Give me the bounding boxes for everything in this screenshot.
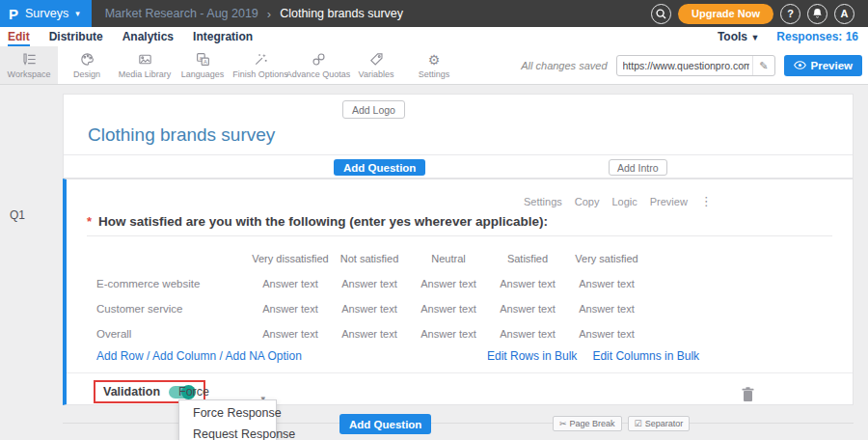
toolbar-item-languages[interactable]: Aa Languages bbox=[174, 46, 231, 84]
search-icon bbox=[656, 9, 666, 19]
surveys-menu-label: Surveys bbox=[25, 7, 68, 20]
link-separator: / bbox=[219, 349, 222, 363]
toolbar-item-media-library[interactable]: Media Library bbox=[116, 46, 174, 84]
answer-cell[interactable]: Answer text bbox=[409, 278, 488, 289]
column-header[interactable]: Very dissatisfied bbox=[251, 253, 330, 264]
search-button[interactable] bbox=[651, 4, 671, 24]
edit-rows-in-bulk-link[interactable]: Edit Rows in Bulk bbox=[487, 349, 577, 363]
add-question-button-bottom[interactable]: Add Question bbox=[339, 414, 431, 434]
help-button[interactable]: ? bbox=[780, 4, 800, 24]
matrix-header-row: Very dissatisfied Not satisfied Neutral … bbox=[67, 246, 853, 271]
question-settings-link[interactable]: Settings bbox=[524, 196, 562, 207]
survey-title[interactable]: Clothing brands survey bbox=[88, 124, 275, 146]
edit-columns-in-bulk-link[interactable]: Edit Columns in Bulk bbox=[592, 349, 699, 363]
column-header[interactable]: Not satisfied bbox=[330, 253, 409, 264]
preview-button[interactable]: Preview bbox=[784, 55, 862, 76]
section-tabs: Edit Distribute Analytics Integration To… bbox=[0, 27, 868, 46]
tab-integration[interactable]: Integration bbox=[193, 28, 253, 46]
breadcrumb: Market Research - Aug 2019 › Clothing br… bbox=[105, 7, 403, 21]
notifications-button[interactable] bbox=[807, 4, 827, 24]
surveys-menu[interactable]: P Surveys ▾ bbox=[0, 0, 92, 27]
image-icon bbox=[137, 51, 153, 68]
answer-cell[interactable]: Answer text bbox=[567, 328, 646, 340]
page-break-button[interactable]: ✂ Page Break bbox=[553, 416, 622, 431]
top-navbar: P Surveys ▾ Market Research - Aug 2019 ›… bbox=[0, 0, 868, 27]
row-label[interactable]: Overall bbox=[96, 328, 251, 340]
answer-cell[interactable]: Answer text bbox=[251, 303, 330, 315]
tab-distribute[interactable]: Distribute bbox=[49, 28, 103, 46]
toolbar-item-finish-options[interactable]: Finish Options bbox=[231, 46, 289, 84]
validation-type-menu: Force Response Request Response bbox=[178, 399, 277, 440]
answer-cell[interactable]: Answer text bbox=[330, 328, 409, 340]
palette-icon bbox=[79, 51, 95, 68]
toolbar-item-settings[interactable]: ⚙ Settings bbox=[405, 46, 463, 84]
scissors-icon: ✂ bbox=[559, 419, 567, 428]
toolbar-item-variables[interactable]: Variables bbox=[347, 46, 405, 84]
upgrade-now-button[interactable]: Upgrade Now bbox=[678, 4, 773, 24]
tab-analytics[interactable]: Analytics bbox=[122, 28, 174, 46]
answer-cell[interactable]: Answer text bbox=[488, 328, 567, 340]
link-separator: / bbox=[147, 349, 149, 363]
checked-checkbox-icon: ☑ bbox=[635, 419, 642, 428]
answer-cell[interactable]: Answer text bbox=[409, 303, 488, 315]
avatar[interactable]: A bbox=[834, 4, 854, 24]
question-text[interactable]: How satisfied are you with the following… bbox=[98, 214, 548, 229]
edit-url-pencil-icon[interactable]: ✎ bbox=[752, 56, 773, 75]
row-label[interactable]: E-commerce website bbox=[96, 278, 251, 289]
eye-icon bbox=[794, 61, 806, 69]
matrix-row: Overall Answer text Answer text Answer t… bbox=[67, 321, 853, 346]
survey-url-box: ✎ bbox=[616, 55, 775, 76]
question-copy-link[interactable]: Copy bbox=[575, 196, 600, 207]
tools-menu[interactable]: Tools ▼ bbox=[718, 30, 759, 43]
answer-cell[interactable]: Answer text bbox=[409, 328, 488, 340]
add-column-link[interactable]: Add Column bbox=[152, 349, 216, 363]
answer-cell[interactable]: Answer text bbox=[251, 278, 330, 289]
answer-cell[interactable]: Answer text bbox=[567, 278, 646, 289]
add-row-link[interactable]: Add Row bbox=[96, 349, 144, 363]
matrix-row: E-commerce website Answer text Answer te… bbox=[67, 271, 853, 296]
answer-cell[interactable]: Answer text bbox=[567, 303, 646, 315]
question-logic-link[interactable]: Logic bbox=[611, 196, 637, 207]
questionpro-logo: P bbox=[9, 6, 18, 22]
separator-toggle[interactable]: ☑ Separator bbox=[628, 416, 691, 431]
question-mark-icon: ? bbox=[787, 8, 794, 19]
bell-icon bbox=[812, 8, 823, 19]
tab-edit[interactable]: Edit bbox=[8, 28, 30, 46]
questionpro-survey-editor: P Surveys ▾ Market Research - Aug 2019 ›… bbox=[0, 0, 868, 440]
add-na-option-link[interactable]: Add NA Option bbox=[225, 349, 301, 363]
answer-cell[interactable]: Answer text bbox=[330, 278, 409, 289]
add-question-button-top[interactable]: Add Question bbox=[334, 159, 425, 176]
menu-item-request-response[interactable]: Request Response bbox=[179, 424, 276, 440]
toolbar-item-workspace[interactable]: Workspace bbox=[0, 46, 58, 84]
answer-cell[interactable]: Answer text bbox=[251, 328, 330, 340]
answer-cell[interactable]: Answer text bbox=[330, 303, 409, 315]
breadcrumb-folder[interactable]: Market Research - Aug 2019 bbox=[105, 7, 258, 20]
divider bbox=[87, 235, 832, 236]
more-options-icon[interactable]: ⋮ bbox=[700, 194, 713, 208]
toolbar-item-advance-quotas[interactable]: Advance Quotas bbox=[289, 46, 347, 84]
trash-icon bbox=[742, 387, 754, 401]
tag-icon bbox=[368, 51, 385, 68]
chain-links-icon bbox=[311, 51, 327, 68]
add-intro-button[interactable]: Add Intro bbox=[609, 159, 667, 176]
editor-canvas: Q1 Add Logo Clothing brands survey Add Q… bbox=[0, 85, 868, 440]
workspace-icon bbox=[21, 51, 38, 68]
answer-cell[interactable]: Answer text bbox=[488, 278, 567, 289]
row-label[interactable]: Customer service bbox=[96, 303, 251, 315]
delete-question-button[interactable] bbox=[742, 387, 754, 401]
add-logo-button[interactable]: Add Logo bbox=[342, 100, 405, 119]
responses-count[interactable]: Responses: 16 bbox=[776, 30, 858, 43]
breadcrumb-separator-icon: › bbox=[267, 7, 271, 21]
svg-text:A: A bbox=[203, 59, 206, 65]
answer-cell[interactable]: Answer text bbox=[488, 303, 567, 315]
chevron-down-icon: ▼ bbox=[750, 33, 759, 42]
survey-url-input[interactable] bbox=[617, 60, 753, 71]
menu-item-force-response[interactable]: Force Response bbox=[179, 402, 276, 424]
toolbar-item-design[interactable]: Design bbox=[58, 46, 116, 84]
column-header[interactable]: Neutral bbox=[409, 253, 488, 264]
column-header[interactable]: Very satisfied bbox=[567, 253, 646, 264]
topbar-actions: Upgrade Now ? A bbox=[651, 4, 868, 24]
gear-icon: ⚙ bbox=[428, 51, 441, 68]
question-preview-link[interactable]: Preview bbox=[650, 196, 688, 207]
column-header[interactable]: Satisfied bbox=[488, 253, 567, 264]
